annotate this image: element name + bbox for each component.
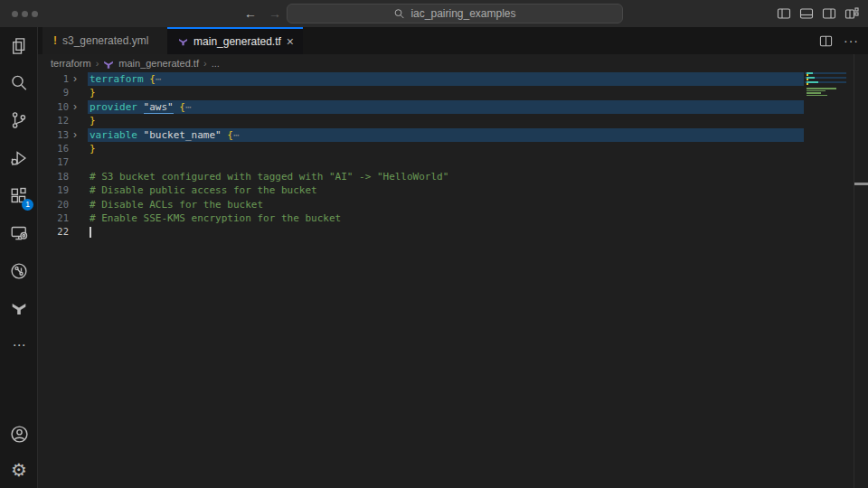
minimap-line: [805, 92, 850, 94]
navigate-forward-icon[interactable]: →: [269, 5, 281, 22]
tab-main-generated-tf[interactable]: main_generated.tf ×: [167, 27, 303, 54]
scrollbar-marker[interactable]: [854, 183, 868, 185]
window-maximize-button[interactable]: [32, 11, 38, 17]
scrollbar-track: [854, 54, 854, 488]
split-editor-icon[interactable]: [819, 34, 833, 48]
tab-s3-generated-yml[interactable]: ! s3_generated.yml: [42, 27, 167, 54]
toggle-sidebar-right-icon[interactable]: [822, 6, 836, 21]
code-line[interactable]: 1›terraform {⋯: [38, 72, 868, 86]
window-minimize-button[interactable]: [22, 11, 28, 17]
minimap-line: [805, 97, 850, 99]
minimap-line: [805, 86, 850, 88]
terraform-icon: [103, 59, 114, 70]
code-text: terraform {⋯: [90, 72, 161, 86]
activity-bar: 1 ⋯ ⚙: [0, 27, 38, 488]
toggle-sidebar-left-icon[interactable]: [777, 6, 791, 21]
git-branch-icon: [10, 111, 28, 129]
git-graph-icon: [10, 262, 28, 280]
breadcrumb-separator: ›: [96, 58, 99, 69]
code-line[interactable]: 20# Disable ACLs for the bucket: [38, 198, 868, 211]
command-center-label: iac_pairing_examples: [410, 7, 515, 20]
code-line[interactable]: 19# Disable public access for the bucket: [38, 183, 868, 197]
terraform-icon: [178, 35, 188, 48]
settings-button[interactable]: ⚙: [8, 459, 30, 481]
code-text: # Disable public access for the bucket: [90, 183, 317, 197]
tab-label: s3_generated.yml: [62, 34, 148, 47]
line-number: 20: [38, 198, 69, 211]
breadcrumb-item-folder[interactable]: terraform: [51, 58, 91, 69]
line-number: 12: [38, 114, 69, 127]
fold-chevron-icon[interactable]: ›: [73, 128, 77, 142]
code-text: }: [90, 114, 96, 127]
line-number: 13: [38, 128, 69, 142]
folded-region-highlight: [88, 72, 804, 86]
line-number: 1: [38, 72, 69, 86]
window-close-button[interactable]: [12, 11, 18, 17]
minimap-line: [805, 83, 850, 85]
more-icon: ⋯: [13, 337, 26, 353]
code-line[interactable]: 21# Enable SSE-KMS encryption for the bu…: [38, 211, 868, 225]
line-number: 9: [38, 86, 69, 99]
close-icon[interactable]: ×: [287, 34, 294, 49]
minimap-line: [805, 77, 850, 79]
files-icon: [10, 37, 28, 55]
line-number: 19: [38, 183, 69, 197]
terraform-icon: [11, 300, 27, 316]
breadcrumb-item-symbol[interactable]: ...: [212, 58, 220, 69]
command-center-search[interactable]: iac_pairing_examples: [287, 4, 623, 23]
sidebar-item-run-debug[interactable]: [8, 147, 30, 169]
sidebar-item-more[interactable]: ⋯: [8, 334, 30, 356]
editor-more-actions-icon[interactable]: ···: [844, 33, 859, 48]
remote-explorer-icon: [10, 224, 28, 242]
minimap[interactable]: [805, 72, 850, 181]
code-line[interactable]: 13›variable "bucket_name" {⋯: [38, 128, 868, 142]
line-number: 10: [38, 100, 69, 114]
toggle-panel-bottom-icon[interactable]: [799, 6, 814, 21]
line-number: 21: [38, 211, 69, 225]
search-icon: [10, 74, 28, 92]
code-text: variable "bucket_name" {⋯: [90, 128, 240, 142]
code-editor[interactable]: 1›terraform {⋯9}10›provider "aws" {⋯12}1…: [38, 72, 868, 488]
code-line[interactable]: 9}: [38, 86, 868, 99]
code-line[interactable]: 22: [38, 225, 868, 239]
code-text: }: [90, 142, 96, 155]
breadcrumb-separator: ›: [203, 58, 207, 69]
fold-chevron-icon[interactable]: ›: [73, 100, 77, 114]
folded-region-highlight: [88, 100, 804, 114]
line-number: 17: [38, 155, 69, 169]
code-line[interactable]: 18# S3 bucket configured with tagged wit…: [38, 170, 868, 183]
gear-icon: ⚙: [11, 461, 27, 479]
breadcrumb: terraform › main_generated.tf › ...: [38, 54, 868, 72]
code-line[interactable]: 12}: [38, 114, 868, 127]
fold-chevron-icon[interactable]: ›: [73, 72, 77, 86]
code-line[interactable]: 17: [38, 155, 868, 169]
warning-icon: !: [53, 34, 57, 47]
sidebar-item-source-control[interactable]: [8, 109, 30, 131]
navigate-back-icon[interactable]: ←: [244, 5, 257, 22]
breadcrumb-item-file[interactable]: main_generated.tf: [118, 58, 199, 69]
minimap-line: [805, 72, 850, 74]
editor-region: ! s3_generated.yml main_generated.tf × ·…: [38, 27, 868, 488]
code-line[interactable]: 10›provider "aws" {⋯: [38, 100, 868, 114]
sidebar-item-extensions[interactable]: 1: [8, 185, 30, 207]
minimap-line: [805, 81, 850, 83]
sidebar-item-remote-explorer[interactable]: [8, 222, 30, 244]
sidebar-item-git-graph[interactable]: [8, 260, 30, 282]
sidebar-item-terraform[interactable]: [8, 297, 30, 319]
sidebar-item-explorer[interactable]: [8, 35, 30, 57]
line-number: 22: [38, 225, 69, 239]
customize-layout-icon[interactable]: [844, 6, 859, 21]
code-text: # Enable SSE-KMS encryption for the buck…: [90, 211, 341, 225]
sidebar-item-search[interactable]: [8, 72, 30, 94]
account-button[interactable]: [8, 423, 30, 445]
minimap-line: [805, 88, 850, 89]
text-cursor: [90, 227, 91, 239]
code-text: # S3 bucket configured with tagged with …: [90, 170, 448, 183]
code-line[interactable]: 16}: [38, 142, 868, 155]
code-text: # Disable ACLs for the bucket: [90, 198, 263, 211]
tab-bar: ! s3_generated.yml main_generated.tf × ·…: [38, 27, 868, 54]
extensions-badge: 1: [22, 199, 33, 211]
line-number: 18: [38, 170, 69, 183]
minimap-line: [805, 90, 850, 92]
minimap-line: [805, 95, 850, 97]
